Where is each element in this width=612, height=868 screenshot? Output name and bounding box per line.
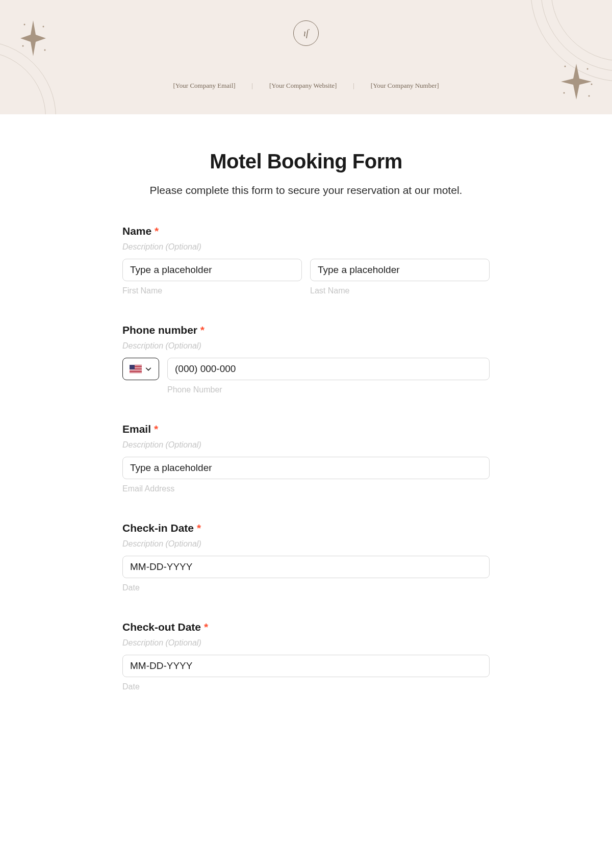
phone-field-group: Phone number * Description (Optional) Ph… [122,324,490,394]
svg-point-2 [22,45,24,47]
checkin-date-input[interactable] [122,556,490,578]
header-band: ıſ [Your Company Email] | [Your Company … [0,0,612,114]
field-description: Description (Optional) [122,440,490,450]
required-marker: * [155,225,159,237]
checkin-sublabel: Date [122,583,490,592]
name-label: Name * [122,225,490,237]
company-logo: ıſ [293,20,319,46]
company-phone: [Your Company Number] [371,82,439,90]
field-description: Description (Optional) [122,242,490,252]
checkin-field-group: Check-in Date * Description (Optional) D… [122,522,490,592]
checkout-label: Check-out Date * [122,621,490,633]
required-marker: * [200,324,205,336]
checkin-label: Check-in Date * [122,522,490,534]
svg-point-1 [43,26,44,28]
first-name-sublabel: First Name [122,286,302,295]
phone-input[interactable] [167,358,490,380]
separator: | [353,82,354,90]
company-website: [Your Company Website] [269,82,337,90]
company-email: [Your Company Email] [173,82,235,90]
svg-point-3 [44,49,46,51]
svg-point-7 [589,95,590,97]
email-sublabel: Email Address [122,484,490,493]
phone-sublabel: Phone Number [167,385,490,394]
us-flag-icon [130,365,142,373]
page-subtitle: Please complete this form to secure your… [122,184,490,196]
checkout-sublabel: Date [122,682,490,691]
first-name-input[interactable] [122,259,302,281]
field-description: Description (Optional) [122,638,490,648]
last-name-input[interactable] [310,259,490,281]
email-input[interactable] [122,457,490,479]
phone-label: Phone number * [122,324,490,336]
svg-point-0 [24,24,26,26]
form-container: Motel Booking Form Please complete this … [97,114,515,740]
svg-point-5 [587,68,589,70]
svg-point-8 [591,84,593,85]
field-description: Description (Optional) [122,539,490,549]
checkout-field-group: Check-out Date * Description (Optional) … [122,621,490,691]
name-field-group: Name * Description (Optional) First Name… [122,225,490,295]
chevron-down-icon [145,365,152,373]
last-name-sublabel: Last Name [310,286,490,295]
svg-point-6 [564,92,565,94]
page-title: Motel Booking Form [122,150,490,173]
checkout-date-input[interactable] [122,655,490,677]
svg-point-4 [565,66,566,67]
sparkle-icon [556,56,597,107]
email-label: Email * [122,423,490,435]
sparkle-icon [15,15,51,61]
country-code-select[interactable] [122,358,159,380]
required-marker: * [204,621,208,633]
required-marker: * [154,423,158,435]
separator: | [252,82,253,90]
required-marker: * [197,522,201,534]
email-field-group: Email * Description (Optional) Email Add… [122,423,490,493]
field-description: Description (Optional) [122,341,490,351]
